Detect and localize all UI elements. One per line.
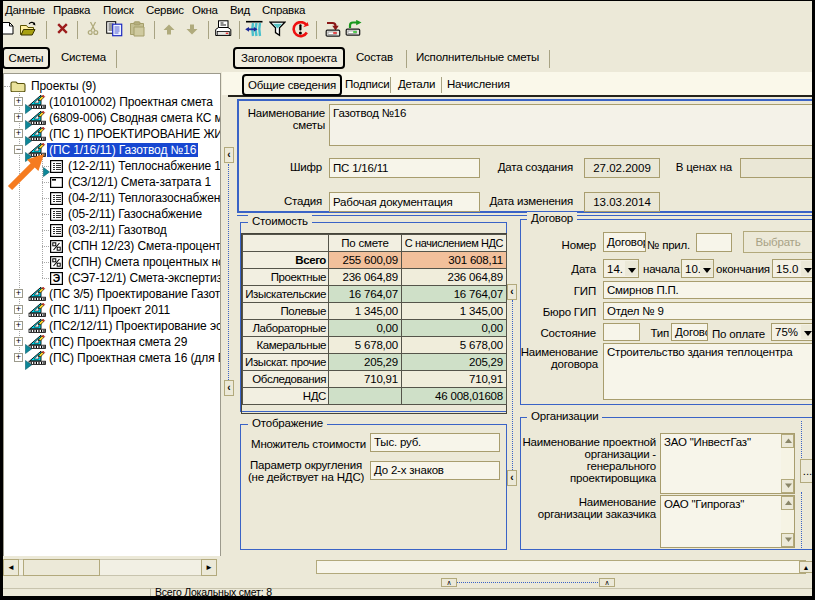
svg-text:Э: Э [53, 272, 61, 284]
